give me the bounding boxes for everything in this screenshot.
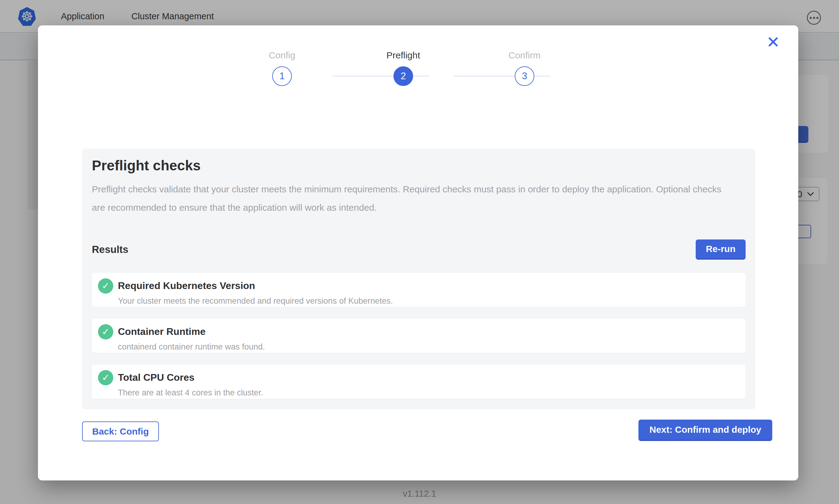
- stepper: Config 1 Preflight 2 Confirm 3: [221, 50, 585, 86]
- results-label: Results: [92, 244, 128, 255]
- preflight-modal: Config 1 Preflight 2 Confirm 3 Preflight…: [38, 25, 798, 481]
- step-config: Config 1: [221, 50, 343, 86]
- close-icon[interactable]: [766, 35, 780, 49]
- check-pass-icon: [98, 278, 113, 293]
- step-label: Confirm: [508, 50, 541, 61]
- back-config-button[interactable]: Back: Config: [82, 421, 159, 441]
- check-message: There are at least 4 cores in the cluste…: [118, 388, 263, 397]
- check-title: Container Runtime: [118, 324, 265, 339]
- modal-description: Preflight checks validate that your clus…: [92, 180, 735, 217]
- app-root: Application Cluster Management 0 y v1.11…: [0, 0, 839, 504]
- check-message: Your cluster meets the recommended and r…: [118, 296, 393, 306]
- step-label: Preflight: [387, 50, 420, 61]
- preflight-card: Preflight checks Preflight checks valida…: [82, 149, 755, 409]
- step-indicator: 2: [393, 66, 413, 86]
- rerun-button[interactable]: Re-run: [696, 239, 746, 260]
- step-confirm: Confirm 3: [464, 50, 585, 86]
- modal-title: Preflight checks: [92, 157, 746, 174]
- check-title: Required Kubernetes Version: [118, 278, 393, 293]
- step-label: Config: [269, 50, 295, 61]
- check-pass-icon: [98, 324, 113, 340]
- check-row: Required Kubernetes Version Your cluster…: [92, 273, 746, 307]
- step-indicator: 1: [272, 66, 292, 86]
- results-header: Results Re-run: [92, 239, 746, 260]
- check-message: containerd container runtime was found.: [118, 342, 265, 352]
- check-row: Total CPU Cores There are at least 4 cor…: [92, 364, 746, 399]
- next-confirm-deploy-button[interactable]: Next: Confirm and deploy: [638, 419, 772, 441]
- step-indicator: 3: [515, 66, 534, 86]
- check-title: Total CPU Cores: [118, 370, 263, 385]
- check-list: Required Kubernetes Version Your cluster…: [92, 273, 746, 399]
- check-pass-icon: [98, 370, 113, 385]
- step-preflight: Preflight 2: [343, 50, 464, 86]
- check-row: Container Runtime containerd container r…: [92, 319, 746, 353]
